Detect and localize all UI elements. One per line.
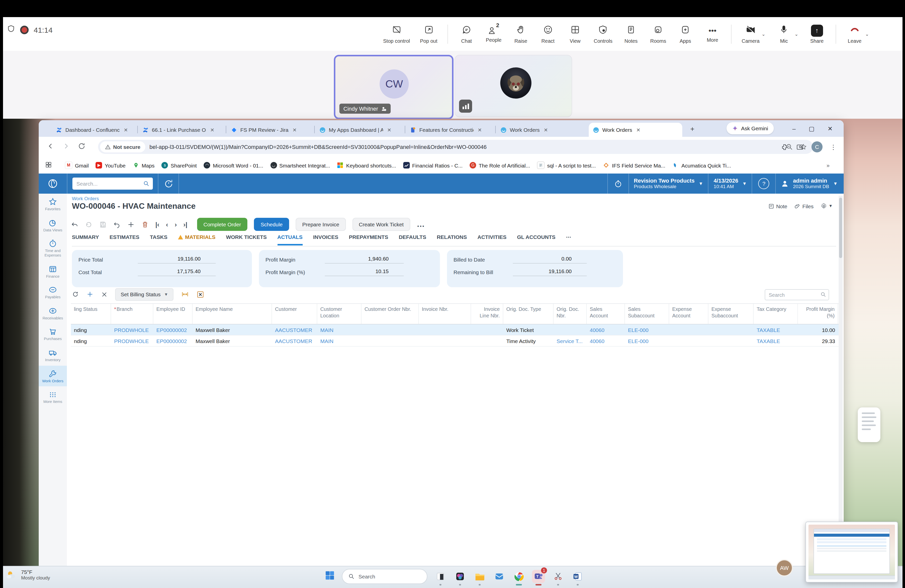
table-cell[interactable]: Service T... (554, 335, 587, 346)
rooms-button[interactable]: Rooms (649, 24, 667, 43)
raise-hand-button[interactable]: Raise (512, 24, 529, 43)
tab-prepayments[interactable]: PREPAYMENTS (349, 234, 388, 244)
undo-icon[interactable] (113, 221, 121, 228)
tab-invoices[interactable]: INVOICES (313, 234, 338, 244)
add-row-icon[interactable] (86, 291, 94, 298)
column-header[interactable]: Profit Margin (%) (798, 304, 838, 324)
last-record-icon[interactable]: ›| (183, 221, 187, 228)
set-billing-status-button[interactable]: Set Billing Status ▼ (115, 288, 174, 300)
file-explorer-icon[interactable] (473, 570, 486, 583)
column-header[interactable]: Sales Account (587, 304, 625, 324)
browser-tab[interactable]: Features for Construction |✕ (406, 123, 494, 137)
tab-close-icon[interactable]: ✕ (124, 127, 128, 132)
leave-chevron-icon[interactable]: ⌄ (865, 32, 869, 43)
bookmark-ifs-field-service[interactable]: IFS Field Service Ma... (603, 162, 665, 168)
maximize-button[interactable]: ▢ (809, 125, 814, 132)
tab-close-icon[interactable]: ✕ (387, 127, 391, 132)
scrollbar-thumb[interactable] (839, 198, 842, 258)
teams-icon[interactable]: T1 (532, 570, 545, 583)
acumatica-search-input[interactable] (72, 178, 153, 190)
sidebar-item-finance[interactable]: Finance (39, 261, 67, 282)
column-header[interactable]: Tax Category (754, 304, 798, 324)
view-button[interactable]: View (567, 24, 584, 43)
export-excel-icon[interactable] (197, 291, 204, 298)
delete-row-icon[interactable] (101, 291, 108, 297)
ask-gemini-button[interactable]: Ask Gemini (727, 122, 773, 134)
chat-button[interactable]: Chat (458, 24, 475, 43)
add-record-icon[interactable] (127, 221, 135, 228)
more-button[interactable]: ••• More (704, 25, 721, 43)
snipping-tool-icon[interactable] (551, 570, 565, 583)
search-icon[interactable] (143, 181, 149, 187)
table-cell[interactable]: 40060 (587, 324, 625, 335)
customization-menu[interactable]: ▼ (821, 203, 833, 209)
sidebar-item-favorites[interactable]: Favorites (39, 194, 67, 215)
column-header[interactable]: Customer Location (317, 304, 362, 324)
column-header[interactable]: Expense Account (669, 304, 708, 324)
not-secure-chip[interactable]: Not secure (100, 141, 146, 153)
weather-widget[interactable]: 75°F Mostly cloudy (5, 569, 50, 580)
table-cell[interactable]: ELE-000 (625, 324, 669, 335)
table-cell[interactable]: AACUSTOMER (272, 335, 317, 346)
browser-tab[interactable]: 66.1 - Link Purchase Order✕ (138, 123, 225, 137)
business-date-selector[interactable]: 4/13/2026 10:41 AM ▼ (709, 178, 752, 189)
bookmarks-overflow-icon[interactable]: » (827, 162, 830, 168)
pop-out-button[interactable]: Pop out (420, 24, 437, 43)
column-header[interactable]: *Branch (111, 304, 153, 324)
table-cell[interactable]: MAIN (317, 335, 362, 346)
tab-work-tickets[interactable]: WORK TICKETS (226, 234, 267, 244)
tab-close-icon[interactable]: ✕ (210, 127, 214, 132)
word-icon[interactable]: W (571, 570, 584, 583)
save-icon[interactable] (99, 221, 106, 228)
complete-order-button[interactable]: Complete Order (197, 218, 248, 231)
address-bar[interactable]: Not secure bel-app-l3-011/SVDEMO/(W(1))/… (98, 140, 813, 154)
table-cell[interactable]: ELE-000 (625, 335, 669, 346)
chrome-icon[interactable] (512, 570, 526, 583)
files-button[interactable]: Files (794, 203, 813, 209)
participant-tile-cindy[interactable]: CW Cindy Whitner ! (334, 55, 454, 119)
column-header[interactable]: Invoice Line Nbr. (471, 304, 503, 324)
column-header[interactable]: Customer (272, 304, 317, 324)
column-header[interactable]: Invoice Nbr. (419, 304, 471, 324)
sidebar-item-more-items[interactable]: More Items (39, 386, 67, 407)
profile-avatar[interactable]: C (811, 141, 822, 153)
participant-bubble-aw[interactable]: AW (776, 559, 793, 577)
start-button[interactable] (324, 570, 335, 583)
mic-button[interactable]: Mic (775, 24, 792, 43)
browser-tab[interactable]: Work Orders✕ (496, 123, 587, 137)
previous-record-icon[interactable]: ‹ (166, 221, 168, 228)
screenshare-preview-thumbnail[interactable] (805, 521, 898, 582)
tab-close-icon[interactable]: ✕ (636, 127, 641, 132)
first-record-icon[interactable]: |‹ (156, 221, 159, 228)
column-header[interactable]: ling Status (71, 304, 111, 324)
media-app-icon[interactable] (454, 570, 467, 583)
tab-actuals[interactable]: ACTUALS (277, 234, 302, 245)
reload-icon[interactable] (78, 142, 86, 151)
browser-tab[interactable]: My Apps Dashboard | Acu✕ (315, 123, 404, 137)
table-cell[interactable]: EP00000002 (153, 335, 192, 346)
bookmark-youtube[interactable]: ▶YouTube (96, 162, 126, 168)
bookmark-maps[interactable]: Maps (132, 162, 154, 168)
leave-button[interactable]: Leave (846, 24, 863, 43)
bookmark-role-of-ai[interactable]: GThe Role of Artificial... (470, 162, 530, 168)
tab-close-icon[interactable]: ✕ (478, 127, 482, 132)
create-work-ticket-button[interactable]: Create Work Ticket (352, 218, 410, 231)
apps-button[interactable]: Apps (677, 24, 694, 43)
apps-grid-icon[interactable] (45, 162, 52, 169)
sidebar-item-time-and-expenses[interactable]: Time and Expenses (39, 236, 67, 261)
column-header[interactable]: Employee Name (192, 304, 272, 324)
minimize-button[interactable]: – (792, 125, 795, 132)
mic-chevron-icon[interactable]: ⌄ (794, 32, 798, 43)
column-header[interactable]: Expense Subaccount (708, 304, 754, 324)
tab-gl-accounts[interactable]: GL ACCOUNTS (517, 234, 556, 244)
tab-defaults[interactable]: DEFAULTS (399, 234, 426, 244)
stop-control-button[interactable]: Stop control (383, 24, 410, 43)
bookmark-acumatica-quick-tips[interactable]: Acumatica Quick Ti... (672, 162, 731, 168)
table-cell[interactable]: 40060 (587, 335, 625, 346)
bookmark-sharepoint[interactable]: sSharePoint (162, 162, 197, 168)
sidebar-item-inventory[interactable]: Inventory (39, 345, 67, 366)
business-date-icon[interactable] (158, 179, 178, 188)
bookmark-smartsheet[interactable]: ◡Smartsheet Integrat... (270, 162, 330, 168)
browser-tab-active[interactable]: Work Orders✕ (589, 123, 682, 137)
people-button[interactable]: 2 People (485, 25, 502, 43)
